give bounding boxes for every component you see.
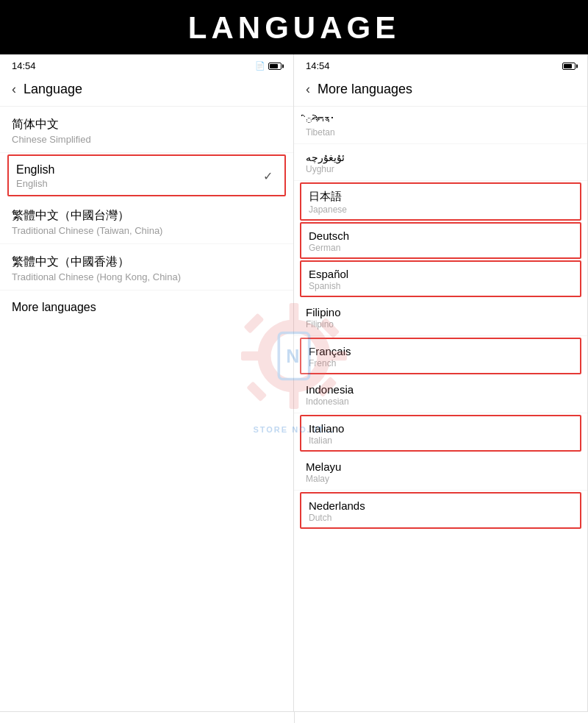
lang-item-chinese-simplified[interactable]: 简体中文 Chinese Simplified (0, 107, 293, 153)
lang-item-italian[interactable]: Italiano Italian (300, 415, 581, 452)
lang-primary-german: Deutsch (309, 229, 573, 242)
lang-secondary-filipino: Filipino (306, 319, 576, 330)
left-status-bar: 14:54 📄 (0, 54, 293, 74)
lang-secondary-italian: Italian (309, 435, 573, 446)
more-languages-link[interactable]: More languages (0, 291, 293, 324)
lang-secondary-tibetan: Tibetan (306, 127, 576, 138)
lang-primary-indonesian: Indonesia (306, 383, 576, 396)
right-battery-icon (562, 63, 576, 70)
lang-primary-filipino: Filipino (306, 306, 576, 318)
language-banner: LANGUAGE (0, 0, 588, 54)
lang-secondary-french: French (309, 358, 573, 368)
left-bottom-nav: ≡ ⌂ ↩ (0, 712, 295, 723)
bottom-bars: ≡ ⌂ ↩ ≡ ⌂ ↩ (0, 711, 588, 723)
right-header-title: More languages (318, 82, 412, 97)
left-status-icons: 📄 (255, 61, 282, 71)
right-status-time: 14:54 (306, 60, 330, 71)
lang-secondary-german: German (309, 243, 573, 253)
battery-icon (268, 63, 282, 70)
lang-item-french[interactable]: Français French (300, 338, 581, 374)
lang-primary-french: Français (309, 345, 573, 357)
lang-primary-chinese-simplified: 简体中文 (12, 117, 282, 132)
lang-primary-malay: Melayu (306, 460, 576, 473)
lang-secondary-dutch: Dutch (309, 513, 573, 523)
right-back-arrow[interactable]: ‹ (306, 82, 310, 97)
lang-primary-tibetan: ིབཏེན་ (306, 114, 576, 127)
lang-primary-english: English (16, 163, 277, 177)
left-panel: 14:54 📄 ‹ Language 简体中文 Chinese Simplifi… (0, 54, 294, 711)
doc-icon: 📄 (255, 61, 265, 71)
lang-secondary-trad-chinese-taiwan: Traditional Chinese (Taiwan, China) (12, 225, 282, 236)
lang-secondary-english: English (16, 178, 277, 189)
lang-item-english[interactable]: English English ✓ (7, 154, 286, 196)
lang-secondary-chinese-simplified: Chinese Simplified (12, 134, 282, 145)
lang-primary-japanese: 日本語 (309, 190, 573, 204)
lang-item-malay[interactable]: Melayu Malay (294, 453, 587, 491)
left-back-arrow[interactable]: ‹ (12, 82, 16, 97)
right-panel: 14:54 ‹ More languages ིབཏེན་ Tibetan ئۇ… (294, 54, 588, 711)
lang-secondary-spanish: Spanish (309, 281, 573, 291)
lang-primary-spanish: Español (309, 268, 573, 280)
lang-primary-trad-chinese-hk: 繁體中文（中國香港） (12, 254, 282, 270)
lang-item-uyghur[interactable]: ئۇيغۇرچە Uyghur (294, 144, 587, 181)
lang-item-spanish[interactable]: Español Spanish (300, 260, 581, 297)
lang-secondary-uyghur: Uyghur (306, 164, 576, 174)
lang-primary-italian: Italiano (309, 422, 573, 435)
lang-item-tibetan[interactable]: ིབཏེན་ Tibetan (294, 107, 587, 144)
left-status-time: 14:54 (12, 60, 36, 71)
left-header-title: Language (24, 82, 82, 97)
lang-secondary-malay: Malay (306, 474, 576, 484)
right-language-list: ིབཏེན་ Tibetan ئۇيغۇرچە Uyghur 日本語 Japan… (294, 107, 587, 711)
right-panel-header[interactable]: ‹ More languages (294, 74, 587, 107)
checkmark-icon: ✓ (263, 168, 273, 182)
lang-secondary-trad-chinese-hk: Traditional Chinese (Hong Kong, China) (12, 271, 282, 282)
right-status-icons (562, 63, 576, 70)
right-bottom-nav: ≡ ⌂ ↩ (295, 712, 589, 723)
lang-primary-trad-chinese-taiwan: 繁體中文（中國台灣） (12, 208, 282, 224)
lang-item-japanese[interactable]: 日本語 Japanese (300, 182, 581, 221)
lang-secondary-indonesian: Indonesian (306, 396, 576, 407)
lang-primary-dutch: Nederlands (309, 499, 573, 512)
left-panel-header[interactable]: ‹ Language (0, 74, 293, 107)
panels-container: 14:54 📄 ‹ Language 简体中文 Chinese Simplifi… (0, 54, 588, 711)
banner-title: LANGUAGE (188, 10, 400, 45)
lang-item-filipino[interactable]: Filipino Filipino (294, 299, 587, 336)
lang-secondary-japanese: Japanese (309, 204, 573, 215)
lang-item-indonesian[interactable]: Indonesia Indonesian (294, 376, 587, 413)
lang-item-german[interactable]: Deutsch German (300, 222, 581, 259)
lang-primary-uyghur: ئۇيغۇرچە (306, 152, 576, 163)
right-status-bar: 14:54 (294, 54, 587, 74)
lang-item-dutch[interactable]: Nederlands Dutch (300, 492, 581, 529)
lang-item-trad-chinese-hk[interactable]: 繁體中文（中國香港） Traditional Chinese (Hong Kon… (0, 244, 293, 291)
more-languages-label: More languages (12, 301, 96, 313)
lang-item-trad-chinese-taiwan[interactable]: 繁體中文（中國台灣） Traditional Chinese (Taiwan, … (0, 198, 293, 244)
left-language-list: 简体中文 Chinese Simplified English English … (0, 107, 293, 711)
